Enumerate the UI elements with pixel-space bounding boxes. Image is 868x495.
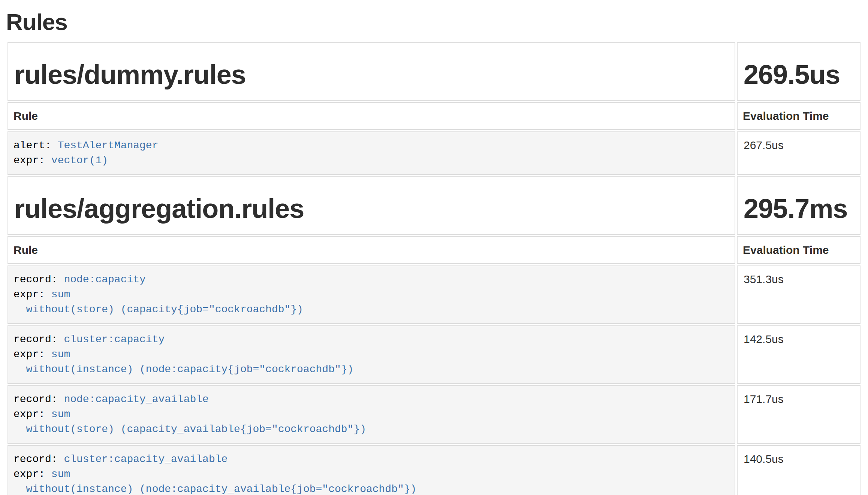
rule-row: record: node:capacity_available expr: su…	[7, 385, 861, 444]
column-header-row: Rule Evaluation Time	[7, 102, 861, 130]
group-evaluation-time-cell: 269.5us	[737, 42, 861, 101]
rules-table-body: rules/dummy.rules 269.5us Rule Evaluatio…	[7, 42, 861, 495]
rule-link[interactable]: TestAlertManager	[58, 140, 159, 151]
rule-link[interactable]: node:capacity_available	[64, 394, 208, 405]
rule-evaluation-time: 171.7us	[737, 385, 861, 444]
rule-evaluation-time: 142.5us	[737, 325, 861, 384]
rule-code: record: node:capacity expr: sum without(…	[13, 272, 729, 317]
rule-keyword: expr:	[13, 349, 51, 360]
rule-column-header: Rule	[7, 102, 735, 130]
rule-link[interactable]: without(instance) (node:capacity_availab…	[13, 483, 416, 495]
rule-code: record: cluster:capacity_available expr:…	[13, 452, 729, 495]
rule-cell: record: cluster:capacity_available expr:…	[7, 445, 735, 495]
rules-table: rules/dummy.rules 269.5us Rule Evaluatio…	[6, 41, 862, 495]
group-file-cell: rules/dummy.rules	[7, 42, 735, 101]
rule-link[interactable]: sum	[51, 289, 70, 300]
rule-keyword: record:	[13, 394, 64, 405]
group-file-title: rules/dummy.rules	[14, 60, 729, 89]
rule-keyword: record:	[13, 274, 64, 285]
rule-row: record: cluster:capacity_available expr:…	[7, 445, 861, 495]
rule-keyword: expr:	[13, 409, 51, 420]
rule-keyword: record:	[13, 334, 64, 345]
rule-column-header: Rule	[7, 236, 735, 264]
rule-link[interactable]: cluster:capacity_available	[64, 453, 227, 465]
rule-keyword: expr:	[13, 468, 51, 480]
rule-row: record: node:capacity expr: sum without(…	[7, 265, 861, 324]
group-file-title: rules/aggregation.rules	[14, 194, 729, 224]
evaluation-time-column-header: Evaluation Time	[737, 102, 861, 130]
rules-page: Rules rules/dummy.rules 269.5us Rule Eva…	[0, 0, 868, 495]
group-evaluation-time-cell: 295.7ms	[737, 176, 861, 235]
rule-link[interactable]: sum	[51, 468, 70, 480]
rule-evaluation-time: 351.3us	[737, 265, 861, 324]
page-title: Rules	[6, 9, 862, 35]
rule-link[interactable]: vector(1)	[51, 155, 108, 166]
rule-cell: record: node:capacity_available expr: su…	[7, 385, 735, 444]
rule-code: record: node:capacity_available expr: su…	[13, 392, 729, 437]
group-file-cell: rules/aggregation.rules	[7, 176, 735, 235]
rule-link[interactable]: sum	[51, 409, 70, 420]
rule-cell: record: node:capacity expr: sum without(…	[7, 265, 735, 324]
group-evaluation-time: 269.5us	[744, 60, 854, 89]
group-header-row: rules/dummy.rules 269.5us	[7, 42, 861, 101]
rule-keyword: alert:	[13, 140, 58, 151]
rule-evaluation-time: 140.5us	[737, 445, 861, 495]
rule-cell: record: cluster:capacity expr: sum witho…	[7, 325, 735, 384]
rule-link[interactable]: without(store) (capacity_available{job="…	[13, 423, 366, 435]
evaluation-time-column-header: Evaluation Time	[737, 236, 861, 264]
rule-link[interactable]: sum	[51, 349, 70, 360]
column-header-row: Rule Evaluation Time	[7, 236, 861, 264]
rule-keyword: record:	[13, 453, 64, 465]
rule-link[interactable]: without(store) (capacity{job="cockroachd…	[13, 304, 303, 315]
rule-evaluation-time: 267.5us	[737, 131, 861, 175]
rule-code: alert: TestAlertManager expr: vector(1)	[13, 138, 729, 168]
rule-link[interactable]: without(instance) (node:capacity{job="co…	[13, 364, 353, 375]
group-header-row: rules/aggregation.rules 295.7ms	[7, 176, 861, 235]
group-evaluation-time: 295.7ms	[744, 194, 854, 224]
rule-row: alert: TestAlertManager expr: vector(1) …	[7, 131, 861, 175]
rule-cell: alert: TestAlertManager expr: vector(1)	[7, 131, 735, 175]
rule-keyword: expr:	[13, 289, 51, 300]
rule-code: record: cluster:capacity expr: sum witho…	[13, 332, 729, 377]
rule-link[interactable]: node:capacity	[64, 274, 145, 285]
rule-keyword: expr:	[13, 155, 51, 166]
rule-row: record: cluster:capacity expr: sum witho…	[7, 325, 861, 384]
rule-link[interactable]: cluster:capacity	[64, 334, 165, 345]
